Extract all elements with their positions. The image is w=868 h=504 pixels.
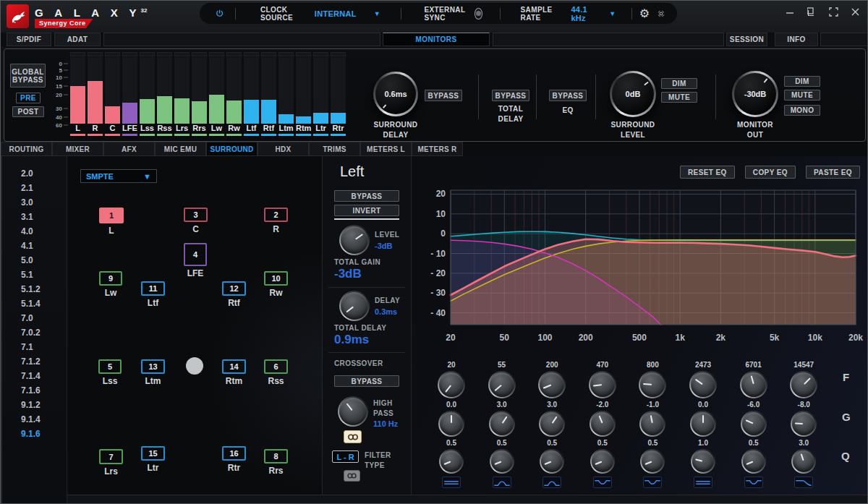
monitor-out-dim-button[interactable]: DIM	[784, 76, 820, 87]
listener-position[interactable]	[186, 357, 203, 375]
band-6-filter-shape-flat-icon[interactable]	[694, 477, 712, 488]
speaker-LFE[interactable]: 4	[184, 243, 207, 266]
device-detect-icon[interactable]	[657, 7, 665, 20]
sidebar-format-7.1.2[interactable]: 7.1.2	[2, 354, 67, 369]
eq-reset-eq-button[interactable]: RESET EQ	[680, 166, 735, 179]
band-2-q-knob[interactable]	[490, 449, 514, 474]
layout-preset-dropdown[interactable]: SMPTE ▼	[80, 169, 157, 183]
power-icon[interactable]	[216, 7, 224, 20]
sidebar-format-7.0[interactable]: 7.0	[2, 311, 67, 325]
sidebar-format-9.1.2[interactable]: 9.1.2	[2, 398, 67, 412]
sidebar-format-7.1.4[interactable]: 7.1.4	[2, 369, 67, 383]
tab-trims[interactable]: TRIMS	[309, 142, 360, 156]
tab-adat[interactable]: ADAT	[54, 33, 101, 46]
monitor-out-mute-button[interactable]: MUTE	[784, 90, 820, 101]
crossover-bypass-button[interactable]: BYPASS	[334, 375, 399, 387]
sidebar-format-5.0[interactable]: 5.0	[2, 253, 67, 268]
sidebar-format-7.0.2[interactable]: 7.0.2	[2, 325, 67, 340]
band-8-gain-knob[interactable]	[791, 411, 817, 437]
sidebar-format-9.1.4[interactable]: 9.1.4	[2, 412, 67, 427]
band-7-gain-knob[interactable]	[741, 411, 767, 437]
sidebar-format-5.1.4[interactable]: 5.1.4	[2, 296, 67, 311]
settings-gear-icon[interactable]: ⚙	[639, 7, 650, 20]
band-7-freq-knob[interactable]	[740, 371, 767, 398]
channel-bypass-button[interactable]: BYPASS	[334, 190, 399, 202]
sidebar-format-3.1[interactable]: 3.1	[2, 210, 67, 224]
filter-link-button[interactable]	[344, 470, 360, 482]
band-5-q-knob[interactable]	[640, 449, 665, 474]
surround-level-mute-button[interactable]: MUTE	[661, 92, 697, 103]
band-3-filter-shape-peak-icon[interactable]	[542, 477, 561, 488]
band-5-gain-knob[interactable]	[639, 411, 665, 437]
close-button[interactable]	[850, 7, 860, 17]
eq-paste-eq-button[interactable]: PASTE EQ	[806, 166, 860, 179]
speaker-C[interactable]: 3	[184, 208, 208, 222]
band-1-q-knob[interactable]	[439, 449, 464, 474]
highpass-link-button[interactable]	[344, 430, 362, 443]
sidebar-format-5.1[interactable]: 5.1	[2, 268, 67, 282]
sidebar-format-3.0[interactable]: 3.0	[2, 195, 67, 210]
filter-type-value[interactable]: L - R	[332, 450, 359, 463]
sidebar-format-9.1.6[interactable]: 9.1.6	[2, 427, 67, 441]
band-2-gain-knob[interactable]	[489, 411, 515, 437]
band-7-filter-shape-notch-icon[interactable]	[744, 477, 763, 488]
channel-delay-knob[interactable]	[339, 291, 370, 321]
sample-rate-caret-icon[interactable]: ▼	[609, 10, 616, 17]
channel-invert-button[interactable]: INVERT	[334, 205, 399, 216]
tab-routing[interactable]: ROUTING	[1, 142, 52, 156]
speaker-Rrs[interactable]: 8	[264, 449, 288, 464]
speaker-Lss[interactable]: 5	[98, 359, 122, 374]
band-4-freq-knob[interactable]	[589, 371, 616, 398]
band-8-q-knob[interactable]	[791, 449, 816, 474]
sidebar-format-7.1.6[interactable]: 7.1.6	[2, 383, 67, 398]
surround-level-dim-button[interactable]: DIM	[661, 78, 697, 89]
band-4-gain-knob[interactable]	[590, 411, 616, 437]
monitor-out-mono-button[interactable]: MONO	[784, 105, 820, 116]
clock-source-value[interactable]: INTERNAL	[315, 9, 357, 18]
speaker-Rtr[interactable]: 16	[222, 446, 246, 461]
band-2-freq-knob[interactable]	[488, 371, 516, 398]
tab-info[interactable]: INFO	[775, 33, 818, 46]
band-6-q-knob[interactable]	[691, 449, 715, 474]
speaker-Ltm[interactable]: 13	[141, 359, 165, 374]
sidebar-format-7.1[interactable]: 7.1	[2, 340, 67, 354]
speaker-Ltf[interactable]: 11	[141, 281, 165, 296]
sidebar-format-2.1[interactable]: 2.1	[2, 181, 67, 195]
fullscreen-button[interactable]	[828, 7, 838, 17]
band-8-filter-shape-lowcut-icon[interactable]	[794, 477, 813, 488]
tab-meters-r[interactable]: METERS R	[412, 142, 463, 156]
restore-button[interactable]	[807, 7, 817, 17]
band-6-freq-knob[interactable]	[689, 371, 717, 398]
clock-source-caret-icon[interactable]: ▼	[374, 10, 380, 17]
tab-mic-emu[interactable]: MIC EMU	[155, 142, 206, 156]
highpass-knob[interactable]	[338, 396, 368, 427]
speaker-Rtf[interactable]: 12	[222, 281, 246, 296]
tab-surround[interactable]: SURROUND	[206, 142, 258, 156]
sidebar-format-4.1[interactable]: 4.1	[2, 239, 67, 253]
surround-delay-knob[interactable]: 0.6ms	[373, 72, 418, 116]
eq-copy-eq-button[interactable]: COPY EQ	[745, 166, 796, 179]
band-4-q-knob[interactable]	[590, 449, 615, 474]
external-sync-indicator[interactable]	[475, 8, 482, 20]
global-bypass-button[interactable]: GLOBAL BYPASS	[10, 64, 46, 87]
sidebar-format-4.0[interactable]: 4.0	[2, 224, 67, 239]
tab-meters-l[interactable]: METERS L	[360, 142, 412, 156]
tab-session[interactable]: SESSION	[726, 33, 767, 46]
sidebar-format-2.0[interactable]: 2.0	[2, 166, 67, 181]
speaker-Rss[interactable]: 6	[264, 359, 288, 374]
tab-monitors[interactable]: MONITORS	[383, 33, 490, 46]
pre-button[interactable]: PRE	[16, 93, 41, 103]
sample-rate-value[interactable]: 44.1 kHz	[571, 5, 593, 22]
tab-s-pdif[interactable]: S/PDIF	[7, 33, 51, 46]
post-button[interactable]: POST	[12, 106, 44, 117]
sidebar-format-5.1.2[interactable]: 5.1.2	[2, 282, 67, 296]
speaker-Rtm[interactable]: 14	[222, 359, 246, 374]
band-8-freq-knob[interactable]	[790, 371, 817, 398]
band-3-q-knob[interactable]	[540, 449, 564, 474]
band-4-filter-shape-notch-icon[interactable]	[593, 477, 612, 488]
speaker-Lw[interactable]: 9	[99, 271, 122, 286]
band-5-freq-knob[interactable]	[639, 371, 666, 398]
total-delay-bypass-button[interactable]: BYPASS	[492, 90, 529, 101]
band-3-freq-knob[interactable]	[538, 371, 566, 398]
tab-mixer[interactable]: MIXER	[52, 142, 103, 156]
